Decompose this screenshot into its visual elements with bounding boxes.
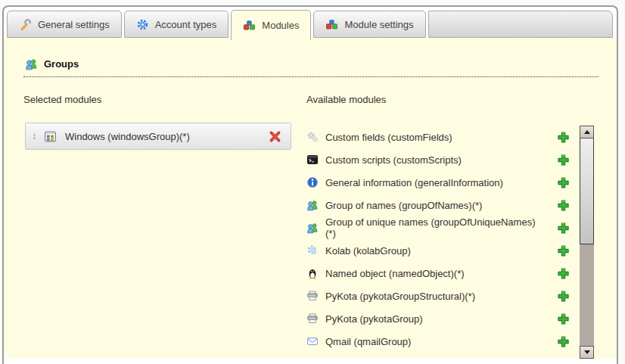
- group-icon: [25, 58, 38, 70]
- selected-modules-header: Selected modules: [23, 94, 293, 106]
- selected-module-row[interactable]: ↕ Windows (windowsGroup)(*): [25, 123, 291, 150]
- available-module-label: PyKota (pykotaGroupStructural)(*): [325, 291, 539, 302]
- group-icon: [306, 199, 319, 211]
- add-module-button[interactable]: [557, 267, 570, 280]
- selected-modules-column: Selected modules ↕ Windows (windowsGroup…: [23, 94, 293, 359]
- terminal-icon: [306, 154, 319, 166]
- up-arrow-icon: [584, 130, 590, 134]
- tab-label: Module settings: [344, 19, 413, 30]
- drag-handle-icon[interactable]: ↕: [32, 131, 36, 142]
- add-module-button[interactable]: [557, 335, 570, 348]
- gears-gray-icon: [306, 131, 319, 143]
- selected-module-label: Windows (windowsGroup)(*): [65, 131, 269, 142]
- available-module-row: PyKota (pykotaGroupStructural)(*): [306, 285, 580, 307]
- kolab-icon: [306, 244, 319, 257]
- group-icon: [306, 222, 319, 234]
- available-module-label: Kolab (kolabGroup): [325, 245, 539, 257]
- available-modules-list: Custom fields (customFields)Custom scrip…: [306, 106, 580, 353]
- printer-icon: [306, 290, 319, 302]
- available-module-label: Qmail (qmailGroup): [325, 336, 539, 347]
- tab-label: Modules: [262, 20, 299, 31]
- modules-blocks-icon: [243, 19, 256, 32]
- remove-module-button[interactable]: [269, 130, 281, 143]
- tab-general-settings[interactable]: General settings: [7, 11, 122, 38]
- account-gear-icon: [136, 18, 149, 31]
- available-module-row: General information (generalInformation): [306, 171, 580, 194]
- available-module-label: PyKota (pykotaGroup): [325, 313, 539, 325]
- available-module-label: Custom fields (customFields): [325, 132, 539, 143]
- tab-account-types[interactable]: Account types: [124, 11, 229, 38]
- scrollbar-thumb[interactable]: [580, 138, 594, 244]
- available-module-row: Named object (namedObject)(*): [306, 262, 580, 285]
- printer-icon: [306, 313, 319, 325]
- info-icon: [306, 176, 319, 188]
- penguin-icon: [306, 267, 319, 279]
- envelope-icon: [306, 335, 319, 347]
- available-modules-column: Available modules Custom fields (customF…: [306, 94, 594, 359]
- modules-blocks-icon: [325, 18, 338, 31]
- available-module-label: General information (generalInformation): [325, 177, 539, 188]
- add-module-button[interactable]: [557, 131, 570, 144]
- tab-modules[interactable]: Modules: [231, 10, 311, 40]
- available-module-row: Custom fields (customFields): [306, 126, 580, 148]
- available-module-label: Named object (namedObject)(*): [325, 268, 539, 279]
- modules-panel: Groups Selected modules ↕ Windows (windo…: [4, 38, 617, 359]
- settings-window: General settings Account types Modules M…: [2, 5, 618, 364]
- available-module-row: Group of unique names (groupOfUniqueName…: [306, 216, 580, 239]
- tab-label: General settings: [38, 19, 110, 30]
- scroll-up-button[interactable]: [580, 126, 594, 138]
- scrollbar[interactable]: [580, 126, 594, 359]
- scrollbar-track[interactable]: [580, 244, 594, 346]
- tab-label: Account types: [155, 19, 217, 30]
- add-module-button[interactable]: [557, 244, 570, 257]
- available-module-label: Group of names (groupOfNames)(*): [325, 200, 539, 211]
- available-modules-header: Available modules: [306, 94, 580, 106]
- windows-icon: [44, 130, 57, 143]
- groups-section-heading: Groups: [23, 56, 599, 77]
- available-module-label: Group of unique names (groupOfUniqueName…: [325, 216, 539, 239]
- add-module-button[interactable]: [557, 222, 570, 235]
- add-module-button[interactable]: [557, 290, 570, 303]
- available-module-row: PyKota (pykotaGroup): [306, 307, 580, 330]
- scroll-down-button[interactable]: [580, 346, 594, 359]
- wrench-icon: [19, 18, 32, 31]
- add-module-button[interactable]: [557, 154, 570, 166]
- down-arrow-icon: [584, 350, 590, 354]
- available-module-row: Custom scripts (customScripts): [306, 148, 580, 171]
- add-module-button[interactable]: [557, 313, 570, 325]
- available-module-row: Kolab (kolabGroup): [306, 239, 580, 262]
- available-module-label: Custom scripts (customScripts): [325, 154, 539, 166]
- tab-bar-filler: [428, 11, 613, 38]
- add-module-button[interactable]: [557, 176, 570, 189]
- section-title: Groups: [44, 58, 79, 70]
- available-module-row: Group of names (groupOfNames)(*): [306, 194, 580, 216]
- tab-module-settings[interactable]: Module settings: [313, 11, 425, 38]
- tab-bar: General settings Account types Modules M…: [4, 7, 617, 38]
- available-module-row: Qmail (qmailGroup): [306, 330, 580, 353]
- add-module-button[interactable]: [557, 199, 570, 212]
